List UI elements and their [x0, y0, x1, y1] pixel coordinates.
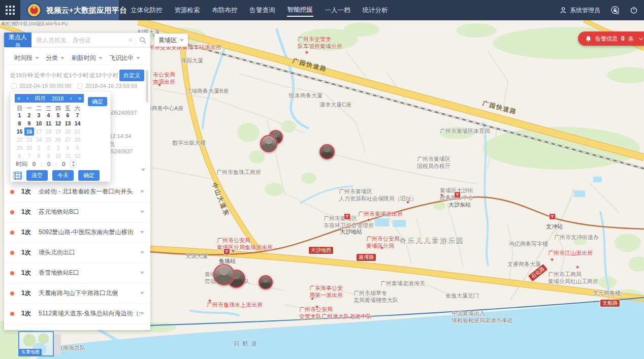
person-type-button[interactable]: 重点人员 [4, 32, 31, 47]
left-panel: 重点人员 × 时间段分类刷新时间飞识比中 近15分钟近半个小时近1个小时近12个… [4, 32, 150, 330]
quick-range-row: 近15分钟近半个小时近1个小时近12个小时自定义 [4, 70, 150, 81]
district-value: 黄埔区 [158, 36, 177, 45]
chevron-down-icon [140, 251, 144, 254]
hit-count: 1次 [21, 187, 35, 196]
person-photo-marker-2[interactable] [260, 135, 277, 152]
search-input[interactable] [35, 36, 125, 44]
nav-item-6[interactable]: 一人一档 [325, 5, 351, 16]
clear-icon[interactable]: × [128, 37, 133, 44]
calendar-day[interactable]: 7 [24, 152, 34, 160]
status-dot-icon [10, 210, 14, 214]
time-stepper[interactable]: ▲▼ [70, 160, 76, 168]
brand: ★ 视频云+大数据应用平台 [20, 0, 119, 20]
time-hour[interactable]: 0 [31, 161, 37, 167]
search-icon[interactable] [139, 37, 146, 44]
person-photo-marker-3[interactable] [319, 144, 335, 159]
next-year-icon[interactable]: » [78, 95, 81, 101]
filter-1[interactable]: 时间段 [14, 54, 39, 62]
date-to[interactable]: 2018-04-16 23:59:59 [77, 83, 137, 89]
security-badge-icon[interactable] [610, 6, 620, 15]
calendar-day[interactable]: 10 [53, 152, 63, 160]
person-photo-marker-5[interactable] [213, 264, 235, 285]
prev-month-icon[interactable]: ‹ [26, 95, 28, 101]
list-item-4[interactable]: 1次塘头北街出口 [4, 243, 150, 263]
time-second[interactable]: 0 [61, 161, 66, 167]
calendar-header: « ‹ 四月 2018 › » [15, 94, 84, 103]
nav-item-2[interactable]: 资源检索 [174, 5, 201, 16]
calendar-popup: « ‹ 四月 2018 › » 确定 日一二三四五六 1234567891011… [10, 91, 111, 182]
time-minute[interactable]: 0 [46, 161, 51, 167]
district-select[interactable]: 黄埔区 [154, 34, 188, 47]
location-name: 香雪地铁站E口 [39, 269, 140, 277]
filter-4[interactable]: 飞识比中 [109, 54, 140, 62]
list-item-5[interactable]: 1次香雪地铁站E口 [4, 263, 150, 283]
date-range-row: 2018-04-16 00:00:00 2018-04-16 23:59:59 [4, 83, 150, 89]
person-photo-marker-6[interactable] [259, 275, 273, 289]
prev-year-icon[interactable]: « [17, 95, 20, 101]
calendar-confirm-button[interactable]: 确定 [88, 97, 107, 106]
bell-icon [585, 36, 592, 42]
quick-range-2[interactable]: 近半个小时 [34, 72, 62, 79]
alert-unit: 条 [628, 35, 634, 43]
chevron-down-icon [35, 57, 39, 59]
list-item-7[interactable]: 1次5112黄埔大道东-鱼珠总站向海边街（全） [4, 304, 150, 324]
quick-range-1[interactable]: 近15分钟 [10, 72, 33, 79]
police-emblem-icon: ★ [26, 3, 42, 18]
chevron-down-icon[interactable] [141, 169, 145, 171]
today-button[interactable]: 今天 [52, 170, 74, 181]
location-name: 5112黄埔大道东-鱼珠总站向海边街（全） [39, 309, 140, 318]
apps-grid-icon[interactable] [0, 0, 20, 20]
calendar-grid-icon[interactable] [14, 172, 22, 180]
calendar-day[interactable]: 8 [34, 152, 44, 160]
custom-range-button[interactable]: 自定义 [119, 70, 144, 81]
nav-item-1[interactable]: 立体化防控 [130, 5, 163, 16]
nav-item-4[interactable]: 告警查询 [249, 5, 276, 16]
filter-3[interactable]: 刷新时间 [72, 54, 103, 62]
power-icon[interactable] [630, 6, 638, 14]
next-month-icon[interactable]: › [70, 95, 72, 101]
clear-button[interactable]: 清空 [26, 170, 48, 181]
calendar-box-icon [11, 83, 17, 89]
list-item-3[interactable]: 1次5092蟹山路-中医院东南向蟹山横街 [4, 222, 150, 243]
quick-range-4[interactable]: 近12个小时 [90, 72, 118, 79]
calendar-year[interactable]: 2018 [52, 95, 63, 102]
calendar-day[interactable]: 12 [73, 152, 82, 160]
chevron-down-icon[interactable] [638, 36, 642, 40]
user-menu[interactable]: 系统管理员 [560, 6, 600, 15]
result-list: 1次企岭街 - 北1巷秦岭东一巷口向井头1次苏元地铁站B口1次5092蟹山路-中… [4, 182, 150, 324]
nav-item-7[interactable]: 统计分析 [362, 5, 389, 16]
alert-label: 告警信息 [595, 35, 618, 43]
hit-count: 1次 [21, 309, 35, 318]
chevron-down-icon [60, 57, 65, 59]
calendar-day[interactable]: 11 [63, 152, 73, 160]
status-dot-icon [10, 251, 14, 255]
filter-2[interactable]: 分类 [46, 54, 65, 62]
alert-bar[interactable]: 告警信息 0 条 [578, 31, 644, 46]
list-item-6[interactable]: 1次天麓南路与山下中路路口北侧 [4, 283, 150, 304]
list-item-2[interactable]: 1次苏元地铁站B口 [4, 202, 150, 222]
calendar-month[interactable]: 四月 [35, 95, 46, 102]
list-item-1[interactable]: 1次企岭街 - 北1巷秦岭东一巷口向井头 [4, 182, 150, 202]
nav-item-3[interactable]: 布防布控 [212, 5, 238, 16]
calendar-day[interactable]: 9 [44, 152, 53, 160]
nav-menu: 立体化防控资源检索布防布控告警查询智能挖掘一人一档统计分析 [130, 4, 389, 17]
chevron-down-icon [140, 211, 144, 213]
hit-count: 1次 [21, 208, 35, 216]
status-dot-icon [10, 231, 14, 235]
location-name: 企岭街 - 北1巷秦岭东一巷口向井头 [39, 187, 140, 196]
hit-count: 1次 [21, 248, 35, 257]
minimap-toggle[interactable]: 矢量地图 [18, 331, 54, 356]
ok-button[interactable]: 确定 [78, 170, 100, 181]
location-name: 天麓南路与山下中路路口北侧 [39, 289, 140, 298]
calendar-buttons: 清空 今天 确定 [14, 170, 100, 181]
status-dot-icon [10, 271, 14, 275]
calendar-day[interactable]: 6 [15, 152, 24, 160]
search-box: × [31, 32, 150, 47]
chevron-down-icon [99, 57, 103, 59]
scrollbar-thumb[interactable] [146, 70, 148, 103]
nav-item-5[interactable]: 智能挖掘 [287, 4, 313, 17]
calendar-grid: 1234567891011121314151617181920212223242… [15, 110, 82, 159]
date-from[interactable]: 2018-04-16 00:00:00 [11, 83, 71, 89]
chevron-down-icon [140, 190, 144, 193]
quick-range-3[interactable]: 近1个小时 [63, 72, 88, 79]
